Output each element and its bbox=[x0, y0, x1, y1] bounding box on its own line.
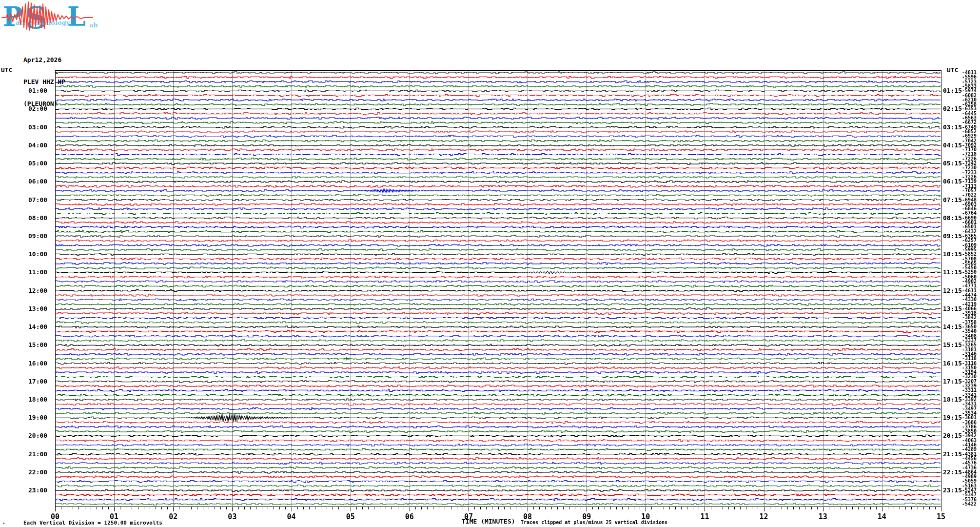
utc-label-left: UTC bbox=[1, 66, 12, 74]
x-tick-label: 11 bbox=[700, 512, 709, 521]
x-tick-label: 04 bbox=[287, 512, 296, 521]
x-axis-title: TIME (MINUTES) bbox=[462, 518, 515, 525]
hour-label-left: 13:00 bbox=[28, 305, 47, 312]
x-tick-label: 06 bbox=[405, 512, 414, 521]
hour-label-right: 01:15 bbox=[943, 87, 962, 94]
scale-mark-icon: ₘ bbox=[2, 520, 5, 525]
hour-label-left: 18:00 bbox=[28, 396, 47, 403]
hour-label-left: 12:00 bbox=[28, 287, 47, 294]
scale-note: Each Vertical Division = 1250.00 microvo… bbox=[23, 520, 162, 526]
hour-label-right: 21:15 bbox=[943, 450, 962, 458]
x-tick-label: 03 bbox=[228, 512, 236, 521]
hour-label-right: 10:15 bbox=[943, 250, 962, 258]
hour-label-left: 22:00 bbox=[28, 468, 47, 476]
hour-label-right: 03:15 bbox=[943, 123, 962, 131]
hour-label-right: 22:15 bbox=[943, 468, 962, 476]
hour-label-left: 17:00 bbox=[28, 378, 47, 385]
hour-label-left: 02:00 bbox=[28, 105, 47, 112]
seismogram-plot-canvas[interactable] bbox=[0, 0, 980, 527]
webicorder-screen: P atras S eismology L ab Apr12,2026 PLEV… bbox=[0, 0, 980, 527]
hour-label-right: 13:15 bbox=[943, 305, 962, 312]
hour-label-right: 15:15 bbox=[943, 341, 962, 348]
hour-label-left: 05:00 bbox=[28, 160, 47, 167]
hour-label-left: 20:00 bbox=[28, 432, 47, 439]
hour-label-left: 23:00 bbox=[28, 486, 47, 494]
hour-label-left: 16:00 bbox=[28, 360, 47, 367]
clip-note: Traces clipped at plus/minus 25 vertical… bbox=[521, 520, 667, 525]
x-tick-label: 02 bbox=[169, 512, 177, 521]
hour-label-left: 21:00 bbox=[28, 450, 47, 458]
hour-label-left: 19:00 bbox=[28, 414, 47, 421]
hour-label-left: 06:00 bbox=[28, 178, 47, 185]
x-tick-label: 14 bbox=[878, 512, 886, 521]
hour-label-right: 02:15 bbox=[943, 105, 962, 112]
hour-label-left: 04:00 bbox=[28, 142, 47, 149]
x-tick-label: 15 bbox=[937, 512, 945, 521]
hour-label-left: 09:00 bbox=[28, 232, 47, 240]
x-tick-label: 13 bbox=[819, 512, 827, 521]
hour-label-right: 17:15 bbox=[943, 378, 962, 385]
hour-label-left: 11:00 bbox=[28, 268, 47, 276]
hour-label-right: 19:15 bbox=[943, 414, 962, 421]
hour-label-right: 06:15 bbox=[943, 178, 962, 185]
utc-label-right: UTC bbox=[947, 66, 958, 74]
x-tick-label: 05 bbox=[346, 512, 355, 521]
hour-label-right: 11:15 bbox=[943, 268, 962, 276]
hour-label-left: 03:00 bbox=[28, 123, 47, 131]
trace-offset-value: -5422 bbox=[962, 502, 977, 507]
hour-label-right: 12:15 bbox=[943, 287, 962, 294]
hour-label-right: 23:15 bbox=[943, 486, 962, 494]
hour-label-right: 04:15 bbox=[943, 142, 962, 149]
hour-label-right: 14:15 bbox=[943, 323, 962, 330]
hour-label-right: 18:15 bbox=[943, 396, 962, 403]
hour-label-left: 14:00 bbox=[28, 323, 47, 330]
hour-label-right: 16:15 bbox=[943, 360, 962, 367]
hour-label-left: 10:00 bbox=[28, 250, 47, 258]
hour-label-right: 07:15 bbox=[943, 196, 962, 203]
hour-label-right: 05:15 bbox=[943, 160, 962, 167]
hour-label-right: 20:15 bbox=[943, 432, 962, 439]
hour-label-left: 07:00 bbox=[28, 196, 47, 203]
hour-label-left: 01:00 bbox=[28, 87, 47, 94]
hour-label-right: 08:15 bbox=[943, 214, 962, 222]
hour-label-left: 08:00 bbox=[28, 214, 47, 222]
hour-label-right: 09:15 bbox=[943, 232, 962, 240]
hour-label-left: 15:00 bbox=[28, 341, 47, 348]
x-tick-label: 12 bbox=[760, 512, 768, 521]
